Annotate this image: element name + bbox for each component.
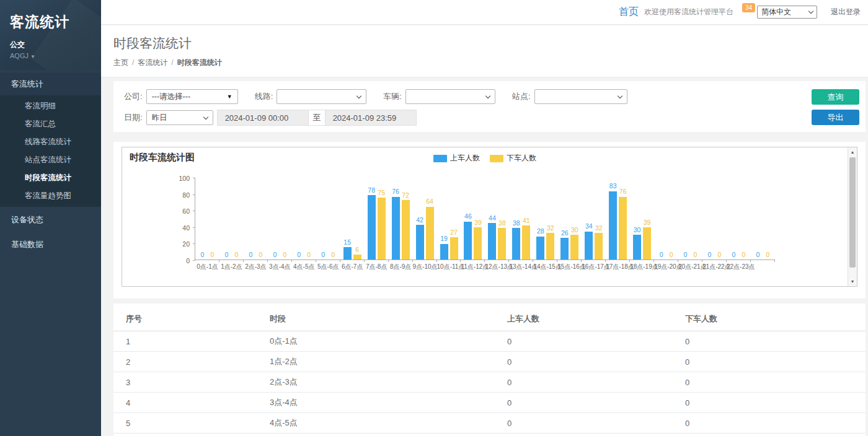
bar-value-label: 15 xyxy=(343,239,351,246)
table-cell: 2 xyxy=(113,352,265,372)
bar-上车人数[interactable]: 46 xyxy=(464,178,472,259)
bar-下车人数[interactable]: 0 xyxy=(715,178,724,259)
bar-下车人数[interactable]: 0 xyxy=(691,178,699,259)
bar-上车人数[interactable]: 28 xyxy=(536,178,544,259)
bar-上车人数[interactable]: 44 xyxy=(488,178,496,259)
bar-下车人数[interactable]: 0 xyxy=(281,178,289,259)
period-stats-table: 序号 时段 上车人数 下车人数 10点-1点0021点-2点0032点-3点00… xyxy=(113,307,866,436)
bar-下车人数[interactable]: 72 xyxy=(402,178,410,259)
bar-下车人数[interactable]: 0 xyxy=(764,178,772,259)
sidebar-item-line-stats[interactable]: 线路客流统计 xyxy=(0,133,101,151)
bar-下车人数[interactable]: 41 xyxy=(522,178,530,259)
table-cell: 4 xyxy=(113,393,265,413)
bar-下车人数[interactable]: 39 xyxy=(643,178,651,259)
bar-上车人数[interactable]: 0 xyxy=(657,178,665,259)
scroll-up-arrow-icon[interactable]: ▲ xyxy=(848,148,857,156)
bar-下车人数[interactable]: 64 xyxy=(426,178,434,259)
bar-value-label: 0 xyxy=(684,251,688,258)
table-row[interactable]: 54点-5点00 xyxy=(113,413,866,434)
bar-下车人数[interactable]: 0 xyxy=(257,178,265,259)
bar-上车人数[interactable]: 76 xyxy=(392,178,400,259)
bar-上车人数[interactable]: 0 xyxy=(295,178,303,259)
bar-上车人数[interactable]: 0 xyxy=(271,178,279,259)
bar-rect xyxy=(343,247,352,259)
bar-group: 0022点-23点 xyxy=(727,178,751,259)
sidebar-item-device-status[interactable]: 设备状态 xyxy=(0,208,101,232)
bar-下车人数[interactable]: 39 xyxy=(474,178,482,259)
bar-上车人数[interactable]: 0 xyxy=(681,178,689,259)
bar-下车人数[interactable]: 0 xyxy=(305,178,313,259)
main-content: 公司: ---请选择--- ▼ 线路: 车辆: 站点: 日期: xyxy=(101,78,868,436)
legend-item[interactable]: 上车人数 xyxy=(433,153,480,164)
bar-下车人数[interactable]: 0 xyxy=(329,178,337,259)
bar-下车人数[interactable]: 32 xyxy=(546,178,554,259)
chart-vertical-scrollbar[interactable]: ▲ ▼ xyxy=(848,147,857,286)
bar-value-label: 39 xyxy=(474,219,482,226)
scroll-down-arrow-icon[interactable]: ▼ xyxy=(848,277,857,286)
bar-下车人数[interactable]: 0 xyxy=(208,178,216,259)
legend-item[interactable]: 下车人数 xyxy=(490,153,536,164)
sidebar-item-trend-chart[interactable]: 客流量趋势图 xyxy=(0,187,101,205)
bar-上车人数[interactable]: 0 xyxy=(223,178,231,259)
date-from-input[interactable]: 2024-01-09 00:00 xyxy=(217,110,309,126)
company-select[interactable]: ---请选择--- ▼ xyxy=(146,89,238,104)
breadcrumb-home[interactable]: 主页 xyxy=(113,58,128,67)
home-link[interactable]: 首页 xyxy=(619,6,639,19)
bar-下车人数[interactable]: 30 xyxy=(570,178,578,259)
x-axis-tick xyxy=(364,259,365,262)
language-select[interactable]: 简体中文 xyxy=(757,6,817,19)
table-row[interactable]: 21点-2点00 xyxy=(113,352,866,372)
table-row[interactable]: 10点-1点00 xyxy=(113,331,866,352)
bar-上车人数[interactable]: 0 xyxy=(247,178,255,259)
date-to-input[interactable]: 2024-01-09 23:59 xyxy=(325,110,417,126)
bar-上车人数[interactable]: 78 xyxy=(368,178,376,259)
bar-上车人数[interactable]: 0 xyxy=(198,178,206,259)
bar-下车人数[interactable]: 75 xyxy=(378,178,386,259)
sidebar-item-passenger-summary[interactable]: 客流汇总 xyxy=(0,115,101,133)
bar-下车人数[interactable]: 32 xyxy=(595,178,603,259)
table-row[interactable]: 43点-4点00 xyxy=(113,393,866,413)
bar-上车人数[interactable]: 83 xyxy=(609,178,617,259)
sidebar-item-station-stats[interactable]: 站点客流统计 xyxy=(0,151,101,169)
sidebar-item-passenger-detail[interactable]: 客流明细 xyxy=(0,97,101,115)
scrollbar-thumb[interactable] xyxy=(849,157,856,268)
bar-上车人数[interactable]: 0 xyxy=(730,178,738,259)
bar-上车人数[interactable]: 30 xyxy=(633,178,641,259)
sidebar-item-passenger-stats[interactable]: 客流统计 xyxy=(0,73,101,95)
bar-上车人数[interactable]: 26 xyxy=(560,178,569,259)
table-row[interactable]: 65点-6点00 xyxy=(113,434,866,436)
vehicle-select[interactable] xyxy=(405,89,495,104)
bar-上车人数[interactable]: 0 xyxy=(754,178,762,259)
date-preset-select[interactable]: 昨日 xyxy=(146,110,213,125)
bar-上车人数[interactable]: 34 xyxy=(585,178,593,259)
bar-下车人数[interactable]: 0 xyxy=(667,178,675,259)
breadcrumb-passenger-stats[interactable]: 客流统计 xyxy=(138,58,167,67)
table-cell: 0 xyxy=(502,434,680,436)
table-row[interactable]: 32点-3点00 xyxy=(113,372,866,393)
bar-下车人数[interactable]: 0 xyxy=(232,178,241,259)
bar-上车人数[interactable]: 0 xyxy=(319,178,327,259)
line-select[interactable] xyxy=(277,89,366,104)
bar-上车人数[interactable]: 19 xyxy=(440,178,448,259)
logout-link[interactable]: 退出登录 xyxy=(831,7,861,17)
export-button[interactable]: 导出 xyxy=(812,110,859,125)
bar-上车人数[interactable]: 42 xyxy=(416,178,424,259)
station-select[interactable] xyxy=(534,89,627,104)
org-code-dropdown[interactable]: AQGJ ▼ xyxy=(10,52,91,59)
bar-上车人数[interactable]: 38 xyxy=(512,178,520,259)
bar-下车人数[interactable]: 0 xyxy=(740,178,748,259)
date-preset-value: 昨日 xyxy=(152,113,167,123)
table-cell: 3点-4点 xyxy=(265,393,502,413)
bar-下车人数[interactable]: 27 xyxy=(450,178,458,259)
bar-上车人数[interactable]: 15 xyxy=(343,178,352,259)
sidebar-item-period-stats[interactable]: 时段客流统计 xyxy=(0,169,101,187)
sidebar-item-base-data[interactable]: 基础数据 xyxy=(0,233,101,256)
query-button[interactable]: 查询 xyxy=(812,89,859,105)
bar-下车人数[interactable]: 76 xyxy=(619,178,627,259)
bar-rect xyxy=(585,232,593,259)
bar-下车人数[interactable]: 6 xyxy=(353,178,361,259)
bar-上车人数[interactable]: 0 xyxy=(706,178,714,259)
notification-badge[interactable]: 34 xyxy=(742,3,755,12)
chart-title: 时段车流统计图 xyxy=(130,152,195,164)
bar-下车人数[interactable]: 38 xyxy=(498,178,506,259)
